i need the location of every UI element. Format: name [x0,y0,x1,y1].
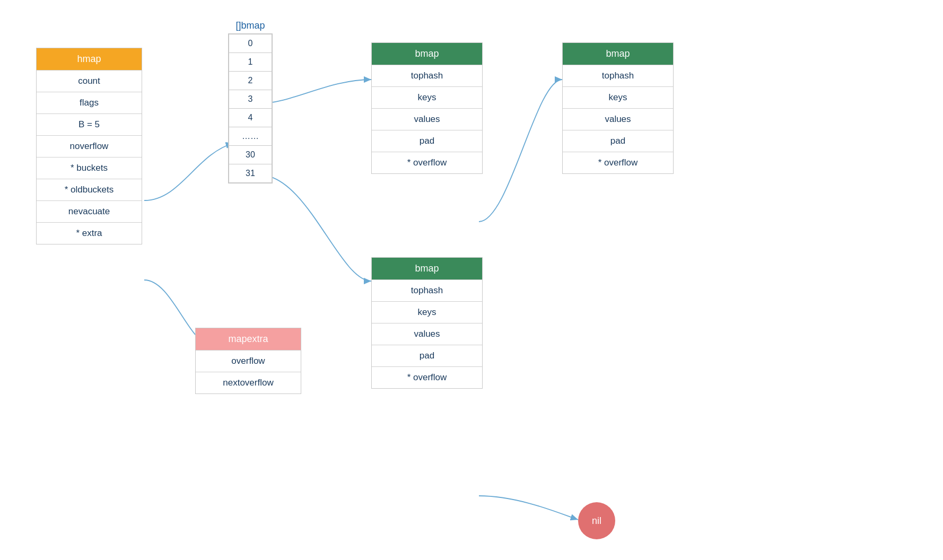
bmap1-keys: keys [372,86,482,108]
bmap3-struct: bmap tophash keys values pad * overflow [371,257,483,389]
bmap2-values: values [563,108,673,130]
array-cell-30: 30 [229,146,272,164]
array-cell-31: 31 [229,164,272,183]
bmap2-overflow: * overflow [563,152,673,173]
arrow-buckets-to-array [144,143,233,200]
hmap-field-flags: flags [37,92,142,113]
array-cell-1: 1 [229,53,272,72]
arrow-array4-to-bmap3 [260,175,371,281]
bmap3-header: bmap [372,258,482,279]
bmap3-overflow: * overflow [372,366,482,388]
hmap-header: hmap [37,48,142,70]
bmap2-tophash: tophash [563,65,673,86]
nil-circle: nil [578,502,615,539]
arrow-bmap3-overflow-to-nil [479,496,578,520]
bmap1-struct: bmap tophash keys values pad * overflow [371,42,483,174]
bmap1-tophash: tophash [372,65,482,86]
hmap-field-buckets: * buckets [37,157,142,179]
hmap-field-noverflow: noverflow [37,135,142,157]
bmap-array-container: []bmap 0 1 2 3 4 …… 30 31 [228,20,273,183]
bmap3-keys: keys [372,301,482,323]
mapextra-overflow: overflow [196,350,301,372]
hmap-field-extra: * extra [37,222,142,244]
mapextra-struct: mapextra overflow nextoverflow [195,328,301,394]
bmap1-values: values [372,108,482,130]
array-cell-ellipsis: …… [229,127,272,146]
nil-label: nil [592,515,601,527]
array-cell-2: 2 [229,72,272,90]
bmap2-struct: bmap tophash keys values pad * overflow [562,42,674,174]
array-cell-0: 0 [229,34,272,53]
array-cell-3: 3 [229,90,272,109]
bmap2-keys: keys [563,86,673,108]
bmap1-pad: pad [372,130,482,152]
bmap2-pad: pad [563,130,673,152]
bmap3-values: values [372,323,482,345]
array-cell-4: 4 [229,109,272,127]
bmap-array-label: []bmap [228,20,273,31]
arrow-array0-to-bmap1 [260,80,371,103]
bmap3-pad: pad [372,345,482,366]
arrow-bmap1-overflow-to-bmap2 [479,80,562,222]
hmap-struct: hmap count flags B = 5 noverflow * bucke… [36,48,142,244]
bmap1-header: bmap [372,43,482,65]
diagram: hmap count flags B = 5 noverflow * bucke… [0,0,943,560]
bmap2-header: bmap [563,43,673,65]
bmap3-tophash: tophash [372,279,482,301]
mapextra-nextoverflow: nextoverflow [196,372,301,393]
hmap-field-b: B = 5 [37,113,142,135]
hmap-field-count: count [37,70,142,92]
mapextra-header: mapextra [196,328,301,350]
bmap1-overflow: * overflow [372,152,482,173]
hmap-field-nevacuate: nevacuate [37,200,142,222]
hmap-field-oldbuckets: * oldbuckets [37,179,142,200]
